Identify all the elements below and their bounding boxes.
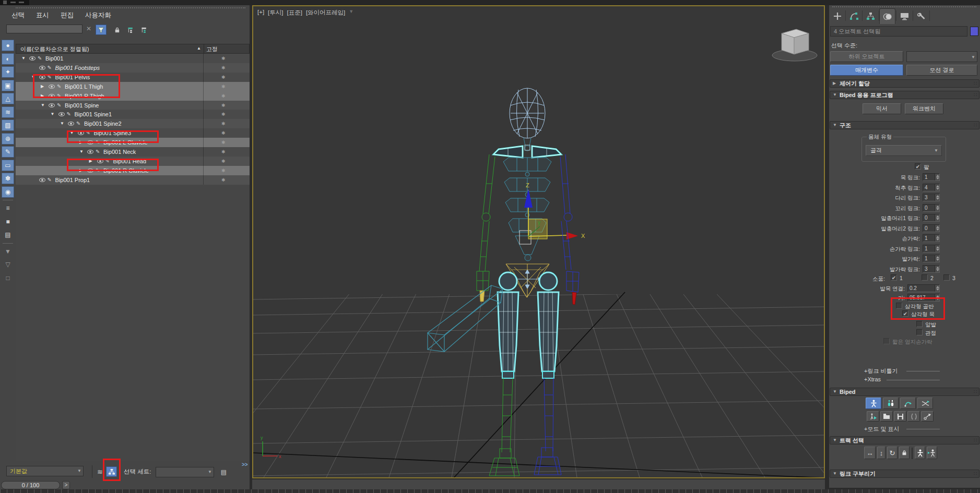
expand-arrow-icon[interactable]: ▶ bbox=[41, 91, 44, 101]
tree-row-label[interactable]: Bip001 bbox=[45, 54, 63, 63]
viewport-filter-icon[interactable]: ▼ bbox=[349, 9, 353, 17]
freeze-icon[interactable]: ✱ bbox=[221, 147, 226, 157]
rollout-biped-apps[interactable]: ▼Biped 응용 프로그램∷ bbox=[830, 91, 979, 99]
tree-row-label[interactable]: Bip001 Footsteps bbox=[55, 63, 100, 73]
freeze-icon[interactable]: ✱ bbox=[221, 73, 226, 82]
rollout-structure[interactable]: ▼구조∷ bbox=[830, 121, 979, 129]
display-lights-icon[interactable]: ✦ bbox=[2, 66, 14, 78]
body-type-select[interactable]: 골격 ▼ bbox=[866, 145, 942, 156]
rollout-assign-controller[interactable]: ▶제어기 할당∷ bbox=[830, 79, 979, 88]
eye-icon[interactable] bbox=[87, 169, 93, 173]
collapse-arrow-icon[interactable]: ▼ bbox=[60, 119, 64, 128]
tree-row-label[interactable]: Bip001 Head bbox=[113, 157, 147, 166]
footstep-mode-button[interactable] bbox=[883, 398, 899, 409]
tree-row-bip001-spine1[interactable]: ▼✎Bip001 Spine1✱ bbox=[16, 110, 250, 119]
opposite-button[interactable] bbox=[927, 447, 937, 459]
object-name-field[interactable]: 4 오브젝트 선택됨 bbox=[830, 26, 967, 37]
object-color-swatch[interactable] bbox=[970, 27, 978, 36]
viewport-menu-general[interactable]: [+] bbox=[257, 9, 264, 17]
menu-select[interactable]: 선택 bbox=[11, 11, 25, 20]
freeze-icon[interactable]: ✱ bbox=[221, 128, 226, 138]
display-visibility-icon[interactable]: ◉ bbox=[2, 186, 14, 198]
tree-row-bip001-l-clavicle[interactable]: ▶✎Bip001 L Clavicle✱ bbox=[16, 138, 250, 147]
display-properties-icon[interactable]: ≡ bbox=[2, 202, 14, 214]
eye-icon[interactable] bbox=[49, 94, 55, 98]
filter-icon[interactable] bbox=[96, 25, 107, 35]
tab-hierarchy[interactable] bbox=[863, 8, 879, 24]
mixer-mode-button[interactable] bbox=[917, 398, 933, 409]
sub-object-button[interactable]: 하위 오브젝트 bbox=[830, 51, 903, 62]
display-shapes-icon[interactable]: ◐ bbox=[2, 53, 14, 65]
tab-create[interactable] bbox=[829, 8, 845, 24]
rollout-biped[interactable]: ▼Biped∷ bbox=[830, 388, 979, 396]
parameters-button[interactable]: 매개변수 bbox=[830, 65, 903, 76]
eye-icon[interactable] bbox=[68, 122, 74, 126]
option-checkbox-5[interactable] bbox=[883, 338, 890, 344]
tree-row-bip001[interactable]: ▼✎Bip001✱ bbox=[16, 54, 250, 63]
tab-modify[interactable] bbox=[846, 8, 862, 24]
height-field[interactable]: 95.817 bbox=[907, 294, 940, 302]
move-all-mode-button[interactable] bbox=[921, 411, 934, 422]
display-cameras-icon[interactable]: ▣ bbox=[2, 80, 14, 91]
spinner-arrows[interactable] bbox=[935, 194, 939, 201]
eye-icon[interactable] bbox=[97, 159, 103, 163]
layers-icon[interactable]: ≋ bbox=[95, 466, 105, 477]
spinner-arrows[interactable] bbox=[935, 266, 939, 272]
display-shaded-icon[interactable]: ■ bbox=[2, 216, 14, 227]
spinner-arrows[interactable] bbox=[935, 214, 939, 221]
freeze-icon[interactable]: ✱ bbox=[221, 91, 226, 101]
tab-motion[interactable] bbox=[879, 8, 895, 24]
tree-row-label[interactable]: Bip001 R Clavicle bbox=[103, 166, 149, 175]
viewport-label[interactable]: [+] [투시] [표준] [와이어프레임] ▼ bbox=[257, 9, 353, 17]
option-checkbox-4[interactable] bbox=[916, 329, 923, 335]
eye-icon[interactable] bbox=[58, 112, 65, 116]
menu-display[interactable]: 표시 bbox=[36, 11, 49, 20]
freeze-icon[interactable]: ✱ bbox=[221, 82, 226, 91]
viewport-menu-pov[interactable]: [투시] bbox=[268, 9, 283, 17]
tree-row-bip001-spine3[interactable]: ▼✎Bip001 Spine3✱ bbox=[16, 128, 250, 138]
tree-row-bip001-footsteps[interactable]: ✎Bip001 Footsteps✱ bbox=[16, 63, 250, 73]
display-helpers-icon[interactable]: △ bbox=[2, 93, 14, 104]
freeze-icon[interactable]: ✱ bbox=[221, 175, 226, 185]
preset-dropdown[interactable]: 기본값▼ bbox=[6, 466, 84, 476]
xtras-expand[interactable]: +Xtras bbox=[864, 376, 881, 382]
save-file-button[interactable] bbox=[894, 411, 906, 422]
spinner-arrows[interactable] bbox=[935, 245, 939, 252]
collapse-arrow-icon[interactable]: ▼ bbox=[41, 101, 45, 110]
tree-row-bip001-head[interactable]: ▶✎Bip001 Head✱ bbox=[16, 157, 250, 166]
symmetrical-button[interactable] bbox=[915, 447, 925, 459]
tree-row-bip001-pelvis[interactable]: ▼✎Bip001 Pelvis✱ bbox=[16, 73, 250, 82]
spinner-field-2[interactable]: 4 bbox=[923, 184, 940, 191]
freeze-icon[interactable]: ✱ bbox=[221, 54, 226, 63]
collapse-tree-icon[interactable] bbox=[139, 25, 150, 35]
expand-arrow-icon[interactable]: ▶ bbox=[41, 82, 44, 91]
spinner-field-5[interactable]: 0 bbox=[923, 214, 940, 222]
eye-icon[interactable] bbox=[39, 75, 45, 79]
load-file-button[interactable] bbox=[880, 411, 893, 422]
spinner-field-9[interactable]: 1 bbox=[923, 255, 940, 262]
spinner-arrows[interactable] bbox=[935, 174, 939, 181]
eye-icon[interactable] bbox=[29, 56, 36, 61]
prop-1-checkbox[interactable]: ✔ bbox=[891, 274, 897, 281]
collapse-arrow-icon[interactable]: ▼ bbox=[51, 110, 55, 119]
eye-icon[interactable] bbox=[39, 178, 45, 182]
spinner-field-6[interactable]: 0 bbox=[923, 224, 940, 232]
tree-row-label[interactable]: Bip001 Spine1 bbox=[75, 110, 112, 119]
tree-row-bip001-neck[interactable]: ▼✎Bip001 Neck✱ bbox=[16, 147, 250, 157]
expand-tree-icon[interactable] bbox=[125, 25, 136, 35]
overflow-chevron[interactable]: >> bbox=[242, 462, 248, 467]
sub-object-dropdown[interactable]: ▼ bbox=[906, 51, 977, 62]
motion-paths-button[interactable]: 모션 경로 bbox=[906, 65, 977, 76]
freeze-icon[interactable]: ✱ bbox=[221, 101, 226, 110]
spinner-field-7[interactable]: 1 bbox=[923, 234, 940, 242]
spinner-field-4[interactable]: 0 bbox=[923, 204, 940, 212]
mixer-button[interactable]: 믹서 bbox=[863, 103, 901, 114]
clear-search-icon[interactable]: ✕ bbox=[86, 25, 91, 32]
eye-icon[interactable] bbox=[78, 131, 84, 135]
prop-3-checkbox[interactable] bbox=[943, 274, 950, 281]
tab-display[interactable] bbox=[896, 8, 913, 24]
body-horizontal-button[interactable]: ↔ bbox=[864, 447, 876, 459]
tree-row-label[interactable]: Bip001 L Clavicle bbox=[103, 138, 148, 147]
perspective-viewport[interactable]: x y bbox=[252, 5, 825, 478]
expand-arrow-icon[interactable]: ▶ bbox=[79, 138, 82, 147]
